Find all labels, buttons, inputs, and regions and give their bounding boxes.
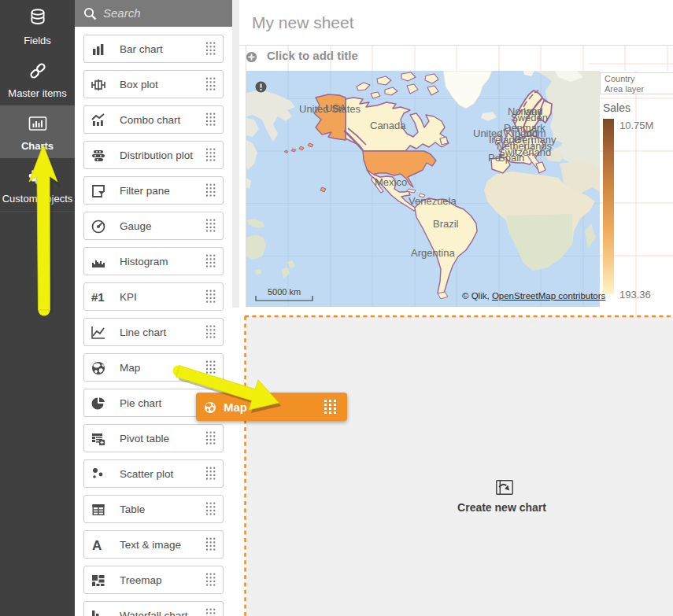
svg-text:Venezuela: Venezuela — [409, 195, 457, 207]
svg-text:Mexico: Mexico — [375, 176, 407, 188]
svg-text:Spain: Spain — [498, 152, 524, 164]
svg-text:USA: USA — [325, 102, 346, 114]
svg-text:Argentina: Argentina — [411, 247, 455, 259]
svg-text:Canada: Canada — [370, 120, 406, 131]
svg-text:A: A — [92, 538, 102, 552]
svg-text:Brazil: Brazil — [433, 218, 459, 230]
svg-text:#1: #1 — [91, 290, 105, 304]
